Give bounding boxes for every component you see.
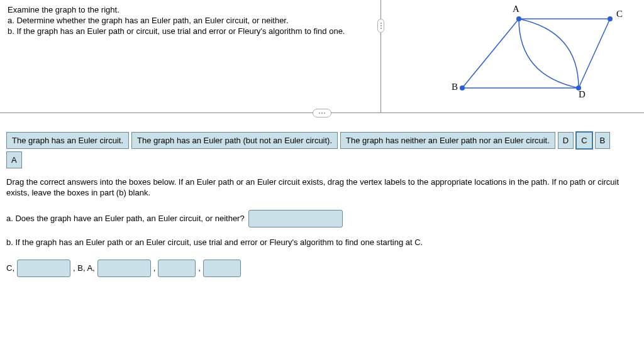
problem-part-a: a. Determine whether the graph has an Eu… xyxy=(8,16,364,26)
answer-section: The graph has an Euler circuit. The grap… xyxy=(0,113,644,283)
vertex-label-d: D xyxy=(579,89,586,100)
question-b-path-row: C, , B, A, , , xyxy=(6,260,638,277)
drag-answer-bank-row2: A xyxy=(6,151,638,168)
problem-header-section: Examine the graph to the right. a. Deter… xyxy=(0,0,644,113)
path-prefix-c: C, xyxy=(6,263,14,273)
problem-intro: Examine the graph to the right. xyxy=(8,5,364,16)
horizontal-resize-handle[interactable] xyxy=(313,109,331,118)
drag-instructions: Drag the correct answers into the boxes … xyxy=(6,177,638,199)
drop-target-path-4[interactable] xyxy=(203,260,241,277)
path-mid-ba: , B, A, xyxy=(73,263,95,273)
svg-point-6 xyxy=(460,85,465,90)
vertex-label-b: B xyxy=(452,82,458,92)
problem-statement: Examine the graph to the right. a. Deter… xyxy=(0,0,371,112)
svg-line-2 xyxy=(579,19,610,88)
svg-point-4 xyxy=(516,16,521,21)
vertex-label-a: A xyxy=(513,4,519,14)
vertical-divider xyxy=(380,0,381,113)
drop-target-path-3[interactable] xyxy=(158,260,196,277)
svg-point-5 xyxy=(608,16,613,21)
drag-option-neither[interactable]: The graph has neither an Euler path nor … xyxy=(340,132,555,149)
drag-vertex-c[interactable]: C xyxy=(576,132,592,149)
drop-target-path-2[interactable] xyxy=(97,260,151,277)
drop-target-part-a[interactable] xyxy=(248,210,343,227)
drag-vertex-a[interactable]: A xyxy=(6,151,22,168)
question-a-text: a. Does the graph have an Euler path, an… xyxy=(6,214,245,223)
drag-option-euler-path[interactable]: The graph has an Euler path (but not an … xyxy=(131,132,338,149)
problem-part-b: b. If the graph has an Euler path or cir… xyxy=(8,26,364,37)
question-b-text: b. If the graph has an Euler path or an … xyxy=(6,238,638,247)
drag-vertex-b[interactable]: B xyxy=(595,132,611,149)
vertex-label-c: C xyxy=(616,9,623,19)
drop-target-path-1[interactable] xyxy=(17,260,70,277)
graph-figure: A C B D xyxy=(390,0,644,112)
drag-answer-bank: The graph has an Euler circuit. The grap… xyxy=(6,132,638,149)
svg-line-0 xyxy=(462,19,519,88)
path-comma-2: , xyxy=(198,263,201,273)
drag-vertex-d[interactable]: D xyxy=(558,132,574,149)
path-comma-1: , xyxy=(153,263,156,273)
vertical-resize-handle[interactable] xyxy=(377,19,384,33)
question-a-row: a. Does the graph have an Euler path, an… xyxy=(6,210,638,227)
drag-option-euler-circuit[interactable]: The graph has an Euler circuit. xyxy=(6,132,129,149)
